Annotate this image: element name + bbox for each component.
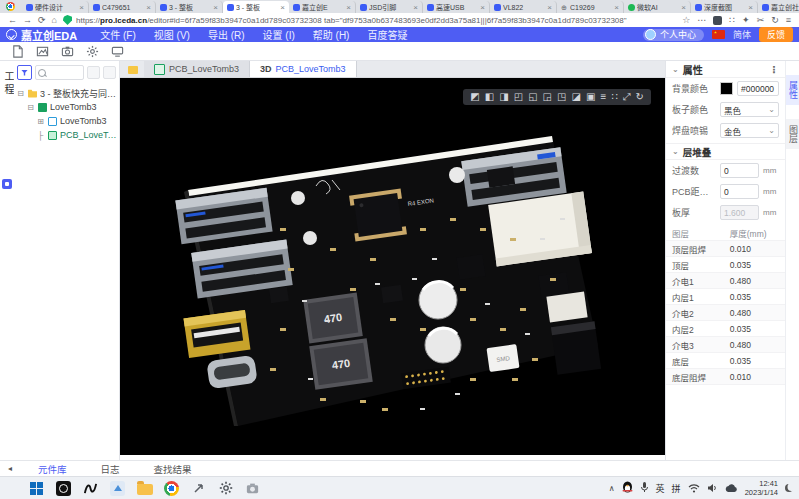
view-tool-icon[interactable]: ◱ (528, 91, 537, 103)
view-tool-icon[interactable]: ≡ (600, 91, 606, 103)
project-search-box[interactable] (35, 65, 84, 80)
chrome-app-icon[interactable] (163, 480, 180, 497)
pin-icon[interactable]: ✦ (742, 15, 750, 25)
side-tab-properties[interactable]: 属性 (786, 75, 799, 105)
tree-item[interactable]: ⊟3 - 整板快充与同口回传超高速USB3. (16, 86, 119, 100)
tab-close-icon[interactable]: × (681, 3, 686, 12)
tab-pcb[interactable]: PCB_LoveTomb3 (144, 61, 250, 77)
rail-tool-icon[interactable] (2, 179, 12, 189)
security-shield-icon[interactable] (63, 15, 72, 25)
search-input[interactable] (48, 67, 81, 78)
menu-item[interactable]: 视图 (V) (145, 27, 199, 42)
address-input[interactable]: https://pro.lceda.cn/editor#id=6f7a59f83… (63, 14, 676, 26)
volume-icon[interactable] (707, 479, 718, 497)
history-icon[interactable]: ↻ (771, 15, 779, 25)
board-color-select[interactable]: 黑色⌄ (720, 102, 779, 117)
home-button[interactable]: ⌂ (52, 15, 57, 25)
stackup-header[interactable]: ⌄层堆叠 (666, 143, 785, 160)
tree-item[interactable]: ⊟LoveTomb3 (16, 100, 119, 114)
file-explorer-icon[interactable] (136, 480, 153, 497)
wifi-icon[interactable] (688, 479, 700, 497)
folder-icon[interactable] (128, 66, 138, 74)
tree-item[interactable]: ├PCB_LoveTomb3 (16, 128, 119, 142)
menu-item[interactable]: 设置 (I) (254, 27, 304, 42)
tab-3d-pcb[interactable]: 3DPCB_LoveTomb3 (250, 61, 357, 77)
browser-tab[interactable]: VL822× (490, 1, 557, 13)
user-pill[interactable]: 个人中心 (643, 29, 704, 41)
bookmark-star-icon[interactable]: ☆ (682, 15, 690, 25)
menu-item[interactable]: 文件 (F) (91, 27, 145, 42)
tab-close-icon[interactable]: × (213, 3, 218, 12)
browser-tab[interactable]: 3 - 整板× (223, 1, 289, 13)
search-next-button[interactable] (103, 66, 116, 79)
language-flag-icon[interactable] (712, 30, 725, 39)
layer-row[interactable]: 顶层0.035 (666, 257, 785, 273)
view-tool-icon[interactable]: ◲ (543, 91, 552, 103)
extension-dark-icon[interactable] (713, 16, 722, 25)
bg-color-swatch[interactable] (720, 82, 733, 95)
browser-tab[interactable]: 嘉立创E× (289, 1, 356, 13)
chrome-logo-icon[interactable] (6, 2, 15, 11)
taskbar-clock[interactable]: 12:412023/1/14 (745, 479, 778, 498)
feedback-button[interactable]: 反馈 (759, 27, 793, 42)
search-prev-button[interactable] (87, 66, 100, 79)
view-tool-icon[interactable]: ↻ (636, 91, 644, 103)
field-input[interactable]: 0 (720, 163, 759, 178)
browser-tab[interactable]: 硬件设计× (22, 1, 89, 13)
snapshot-icon[interactable] (60, 44, 75, 59)
layer-row[interactable]: 顶层阻焊0.010 (666, 241, 785, 257)
view-tool-icon[interactable]: ⤢ (623, 91, 631, 103)
camera-app-icon[interactable] (55, 480, 72, 497)
field-input[interactable]: 1.600 (720, 205, 759, 220)
onedrive-cloud-icon[interactable] (725, 479, 738, 497)
settings-app-icon[interactable] (217, 480, 234, 497)
view-tool-icon[interactable]: ◳ (557, 91, 566, 103)
layer-row[interactable]: 内层10.035 (666, 289, 785, 305)
menu-item[interactable]: 导出 (R) (199, 27, 254, 42)
forward-button[interactable]: → (23, 15, 32, 25)
view-tool-icon[interactable]: ▣ (586, 91, 595, 103)
layer-row[interactable]: 内层20.035 (666, 321, 785, 337)
settings-gear-icon[interactable] (85, 44, 100, 59)
tree-expander[interactable]: ⊞ (36, 117, 45, 126)
qq-icon[interactable] (622, 479, 633, 497)
view-tool-icon[interactable]: ◪ (571, 91, 580, 103)
pcb-3d-canvas[interactable]: 470 470 (120, 78, 665, 455)
properties-header[interactable]: ⌄属性⋮ (666, 61, 785, 78)
view-tool-icon[interactable]: ◨ (499, 91, 508, 103)
browser-tab[interactable]: 嘉立创社× (758, 1, 799, 13)
layer-row[interactable]: 介电10.480 (666, 273, 785, 289)
ime-pinyin-indicator[interactable]: 拼 (672, 482, 681, 495)
tree-expander[interactable]: ⊟ (26, 103, 35, 112)
layer-row[interactable]: 介电30.480 (666, 337, 785, 353)
microphone-icon[interactable] (640, 479, 649, 497)
notifications-moon-icon[interactable] (785, 484, 793, 492)
menu-item[interactable]: 帮助 (H) (304, 27, 359, 42)
tab-close-icon[interactable]: × (146, 3, 151, 12)
export-image-icon[interactable] (35, 44, 50, 59)
tree-expander[interactable]: ├ (36, 131, 45, 140)
browser-tab[interactable]: 微软AI× (624, 1, 691, 13)
tab-close-icon[interactable]: × (614, 3, 619, 12)
tab-close-icon[interactable]: × (413, 3, 418, 12)
tab-close-icon[interactable]: × (79, 3, 84, 12)
tab-close-icon[interactable]: × (346, 3, 351, 12)
language-label[interactable]: 简体 (733, 28, 751, 41)
side-tab-layers[interactable]: 图层 (786, 119, 799, 149)
reload-button[interactable]: ⟳ (38, 15, 46, 25)
start-button[interactable] (28, 480, 45, 497)
tree-item[interactable]: ⊞LoveTomb3 (16, 114, 119, 128)
view-tool-icon[interactable]: ◧ (485, 91, 494, 103)
view-tool-icon[interactable]: ◰ (514, 91, 523, 103)
bg-color-input[interactable]: #000000 (737, 81, 779, 96)
ime-en-indicator[interactable]: 英 (656, 482, 665, 495)
tab-close-icon[interactable]: × (280, 3, 285, 12)
tray-expand-icon[interactable]: ∧ (609, 484, 615, 493)
browser-tab[interactable]: 高速USB× (423, 1, 490, 13)
layer-row[interactable]: 底层0.035 (666, 353, 785, 369)
browser-tab[interactable]: C19269× (557, 1, 624, 13)
wave-app-icon[interactable] (82, 480, 99, 497)
layer-row[interactable]: 底层阻焊0.010 (666, 369, 785, 385)
tab-close-icon[interactable]: × (547, 3, 552, 12)
bottom-tab[interactable]: 查找结果 (154, 462, 192, 476)
